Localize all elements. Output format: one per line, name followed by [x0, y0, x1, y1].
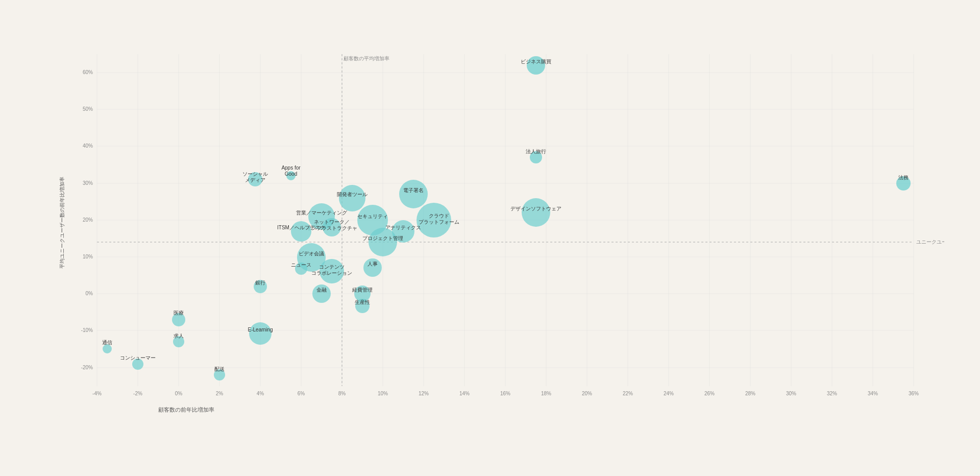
bubble-proj-mgmt[interactable] [369, 228, 397, 256]
y-tick-30: 30% [83, 180, 93, 186]
bubble-elearning[interactable] [249, 322, 272, 345]
x-tick-10: 10% [378, 391, 388, 396]
label-content-collab1: コンテンツ [319, 264, 345, 270]
label-apps-for-good1: Apps for [281, 165, 301, 171]
label-elearning: E-Learning [248, 327, 273, 332]
label-news: ニュース [291, 262, 311, 268]
y-tick-60: 60% [83, 69, 93, 75]
x-tick-8: 8% [338, 391, 346, 396]
label-content-collab2: コラボレーション [311, 270, 352, 276]
svg-rect-1 [56, 49, 944, 417]
x-tick-26: 26% [704, 391, 715, 396]
y-axis-title: 平均ユニークユーザー数の前年比増加率 [59, 177, 65, 269]
bubble-e-signature[interactable] [399, 180, 428, 208]
label-banking: 銀行 [255, 280, 265, 285]
label-social1: ソーシャル [242, 171, 268, 177]
label-hr: 人事 [368, 261, 378, 267]
y-tick--10: -10% [81, 327, 93, 333]
scatter-chart: // Helper calculations done in CSS/SVG d… [56, 49, 944, 417]
label-analytics: アナリティクス [385, 225, 421, 230]
x-tick--2: -2% [133, 391, 142, 396]
x-tick-30: 30% [786, 391, 796, 396]
label-sales-mktg: 営業／マーケティング [296, 210, 348, 216]
label-legal: 法務 [898, 175, 909, 180]
y-tick--20: -20% [81, 365, 93, 370]
bubble-design-sw[interactable] [522, 198, 550, 227]
label-biz-purchase: ビジネス購買 [521, 59, 551, 64]
chart-container: // Helper calculations done in CSS/SVG d… [15, 18, 965, 458]
label-proj-mgmt: プロジェクト管理 [362, 235, 403, 241]
label-security: セキュリティ [357, 213, 388, 219]
x-tick-36: 36% [909, 391, 919, 396]
x-tick-12: 12% [419, 391, 429, 396]
label-social2: メディア [245, 177, 265, 183]
label-productivity: 生産性 [355, 299, 370, 305]
x-tick-22: 22% [623, 391, 633, 396]
bubble-itsm[interactable] [291, 221, 311, 242]
label-design-sw: デザインソフトウェア [510, 206, 561, 211]
x-tick-28: 28% [745, 391, 755, 396]
label-consumer: コンシューマー [120, 355, 156, 361]
label-corp-travel: 法人旅行 [526, 149, 546, 154]
label-cloud-pf2: プラットフォーム [419, 219, 459, 225]
label-job: 求人 [174, 333, 184, 339]
label-medical: 医療 [174, 310, 184, 316]
y-tick-0: 0% [86, 291, 93, 296]
x-tick-2: 2% [216, 391, 224, 396]
x-tick-20: 20% [582, 391, 592, 396]
x-tick-16: 16% [500, 391, 510, 396]
label-video-conf: ビデオ会議 [299, 251, 324, 256]
y-tick-10: 10% [83, 254, 93, 259]
y-avg-label: ユニークユーザー数の平均増加率 [916, 239, 944, 245]
x-axis-title: 顧客数の前年比増加率 [158, 407, 214, 413]
label-telecom: 通信 [102, 340, 112, 345]
x-tick-0: 0% [175, 391, 183, 396]
x-tick-24: 24% [664, 391, 674, 396]
label-apps-for-good2: Good [285, 171, 297, 177]
x-tick--4: -4% [92, 391, 102, 396]
y-tick-20: 20% [83, 217, 93, 223]
x-tick-32: 32% [827, 391, 837, 396]
x-tick-4: 4% [257, 391, 264, 396]
x-avg-label: 顧客数の平均増加率 [344, 56, 389, 61]
x-tick-18: 18% [541, 391, 551, 396]
label-cloud-pf: クラウド [429, 213, 449, 219]
label-dev-tools: 開発者ツール [337, 192, 368, 197]
label-finance: 金融 [316, 287, 327, 293]
x-tick-34: 34% [868, 391, 878, 396]
x-tick-14: 14% [459, 391, 470, 396]
chart-area: // Helper calculations done in CSS/SVG d… [56, 49, 944, 417]
label-delivery: 配送 [214, 366, 225, 372]
label-e-signature: 電子署名 [403, 187, 424, 193]
label-itsm: ITSM／ヘルプデスク [277, 225, 325, 230]
x-tick-6: 6% [298, 391, 305, 396]
y-tick-40: 40% [83, 143, 93, 149]
bubble-telecom[interactable] [103, 344, 112, 353]
label-network1: ネットワーク／ [314, 219, 350, 225]
label-expense: 経費管理 [352, 287, 373, 293]
bubble-dev-tools[interactable] [339, 185, 365, 211]
y-tick-50: 50% [83, 106, 93, 112]
